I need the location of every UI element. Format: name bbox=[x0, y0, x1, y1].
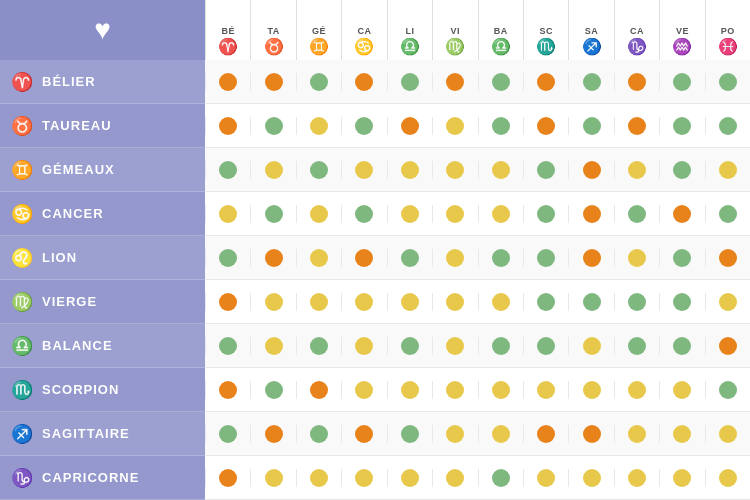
dot-6-2 bbox=[310, 337, 328, 355]
cell-7-2 bbox=[296, 381, 341, 399]
col-header-6: BA ♎ bbox=[478, 0, 523, 60]
cell-0-5 bbox=[432, 73, 477, 91]
cell-2-7 bbox=[523, 161, 568, 179]
dot-4-10 bbox=[673, 249, 691, 267]
cell-9-4 bbox=[387, 469, 432, 487]
cell-2-10 bbox=[659, 161, 704, 179]
right-panel: BÉ ♈ TA ♉ GÉ ♊ CA ♋ LI ♎ VI ♍ BA ♎ SC ♏ … bbox=[205, 0, 750, 500]
dot-0-9 bbox=[628, 73, 646, 91]
cell-9-2 bbox=[296, 469, 341, 487]
dot-0-8 bbox=[583, 73, 601, 91]
dot-0-5 bbox=[446, 73, 464, 91]
col-symbol-6: ♎ bbox=[491, 37, 511, 56]
dot-0-4 bbox=[401, 73, 419, 91]
col-symbol-4: ♎ bbox=[400, 37, 420, 56]
dot-2-5 bbox=[446, 161, 464, 179]
sign-symbol-4: ♌ bbox=[10, 247, 34, 269]
dot-0-6 bbox=[492, 73, 510, 91]
col-header-4: LI ♎ bbox=[387, 0, 432, 60]
dot-0-2 bbox=[310, 73, 328, 91]
cell-3-10 bbox=[659, 205, 704, 223]
col-header-2: GÉ ♊ bbox=[296, 0, 341, 60]
cell-4-5 bbox=[432, 249, 477, 267]
col-symbol-8: ♐ bbox=[582, 37, 602, 56]
cell-6-11 bbox=[705, 337, 750, 355]
cell-4-10 bbox=[659, 249, 704, 267]
col-symbol-1: ♉ bbox=[264, 37, 284, 56]
data-row-6 bbox=[205, 324, 750, 368]
col-abbr-0: BÉ bbox=[221, 27, 235, 37]
dot-3-9 bbox=[628, 205, 646, 223]
cell-0-1 bbox=[250, 73, 295, 91]
sign-name-2: GÉMEAUX bbox=[42, 162, 115, 177]
cell-6-1 bbox=[250, 337, 295, 355]
cell-7-6 bbox=[478, 381, 523, 399]
cell-6-2 bbox=[296, 337, 341, 355]
col-abbr-6: BA bbox=[494, 27, 508, 37]
cell-7-4 bbox=[387, 381, 432, 399]
sign-symbol-5: ♍ bbox=[10, 291, 34, 313]
dot-2-8 bbox=[583, 161, 601, 179]
dot-1-4 bbox=[401, 117, 419, 135]
data-row-5 bbox=[205, 280, 750, 324]
col-symbol-10: ♒ bbox=[672, 37, 692, 56]
dot-3-2 bbox=[310, 205, 328, 223]
dot-1-2 bbox=[310, 117, 328, 135]
dot-1-8 bbox=[583, 117, 601, 135]
cell-0-9 bbox=[614, 73, 659, 91]
cell-4-3 bbox=[341, 249, 386, 267]
dot-7-8 bbox=[583, 381, 601, 399]
sign-name-9: CAPRICORNE bbox=[42, 470, 139, 485]
cell-4-9 bbox=[614, 249, 659, 267]
cell-6-7 bbox=[523, 337, 568, 355]
cell-9-10 bbox=[659, 469, 704, 487]
dot-9-4 bbox=[401, 469, 419, 487]
dot-1-6 bbox=[492, 117, 510, 135]
dot-7-7 bbox=[537, 381, 555, 399]
cell-6-9 bbox=[614, 337, 659, 355]
cell-8-9 bbox=[614, 425, 659, 443]
cell-4-6 bbox=[478, 249, 523, 267]
cell-8-11 bbox=[705, 425, 750, 443]
dot-2-9 bbox=[628, 161, 646, 179]
cell-5-8 bbox=[568, 293, 613, 311]
col-symbol-11: ♓ bbox=[718, 37, 738, 56]
dot-9-5 bbox=[446, 469, 464, 487]
sign-rows: ♈ BÉLIER ♉ TAUREAU ♊ GÉMEAUX ♋ CANCER ♌ … bbox=[0, 60, 205, 500]
dot-1-7 bbox=[537, 117, 555, 135]
cell-7-7 bbox=[523, 381, 568, 399]
sign-row-9: ♑ CAPRICORNE bbox=[0, 456, 205, 500]
col-header-7: SC ♏ bbox=[523, 0, 568, 60]
dot-1-3 bbox=[355, 117, 373, 135]
cell-2-1 bbox=[250, 161, 295, 179]
dot-5-4 bbox=[401, 293, 419, 311]
dot-6-8 bbox=[583, 337, 601, 355]
cell-6-10 bbox=[659, 337, 704, 355]
cell-0-2 bbox=[296, 73, 341, 91]
dot-5-8 bbox=[583, 293, 601, 311]
data-grid bbox=[205, 60, 750, 500]
col-header-8: SA ♐ bbox=[568, 0, 613, 60]
dot-3-11 bbox=[719, 205, 737, 223]
cell-3-6 bbox=[478, 205, 523, 223]
dot-3-1 bbox=[265, 205, 283, 223]
data-row-1 bbox=[205, 104, 750, 148]
sign-name-0: BÉLIER bbox=[42, 74, 96, 89]
cell-1-0 bbox=[205, 117, 250, 135]
cell-5-7 bbox=[523, 293, 568, 311]
dot-4-0 bbox=[219, 249, 237, 267]
col-symbol-2: ♊ bbox=[309, 37, 329, 56]
dot-9-8 bbox=[583, 469, 601, 487]
dot-6-1 bbox=[265, 337, 283, 355]
cell-8-8 bbox=[568, 425, 613, 443]
cell-5-9 bbox=[614, 293, 659, 311]
dot-6-0 bbox=[219, 337, 237, 355]
dot-1-10 bbox=[673, 117, 691, 135]
dot-6-4 bbox=[401, 337, 419, 355]
col-header-0: BÉ ♈ bbox=[205, 0, 250, 60]
dot-5-1 bbox=[265, 293, 283, 311]
dot-6-3 bbox=[355, 337, 373, 355]
dot-4-1 bbox=[265, 249, 283, 267]
col-abbr-10: VE bbox=[676, 27, 689, 37]
cell-8-7 bbox=[523, 425, 568, 443]
